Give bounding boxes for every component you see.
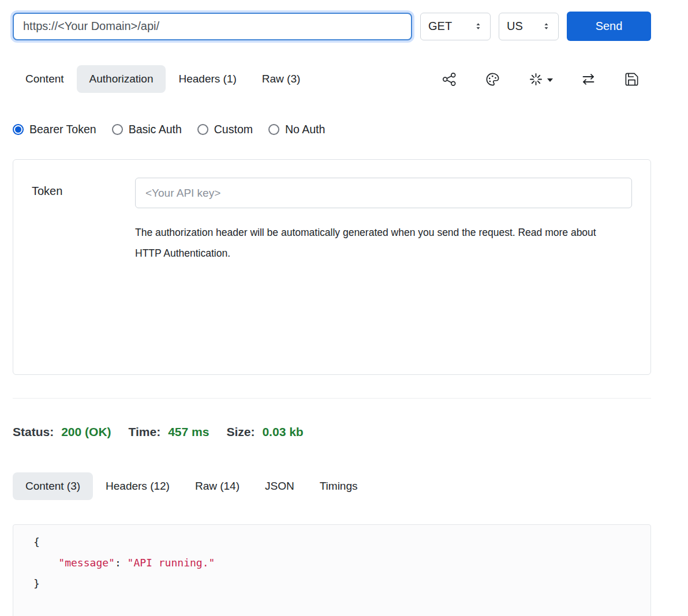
section-divider (13, 398, 651, 399)
auth-option-custom[interactable]: Custom (197, 123, 253, 136)
tab-response-raw[interactable]: Raw (14) (182, 472, 252, 500)
region-select[interactable]: US (499, 13, 559, 40)
code-separator: : (115, 557, 128, 569)
time-value: 457 ms (168, 425, 209, 439)
code-line: } (33, 573, 639, 594)
tab-response-content[interactable]: Content (3) (13, 472, 93, 500)
code-string-value: "API running." (128, 557, 215, 569)
tab-headers[interactable]: Headers (1) (166, 65, 249, 93)
auth-option-bearer-token[interactable]: Bearer Token (13, 123, 96, 136)
token-label: Token (32, 178, 135, 198)
status-label: Status: (13, 425, 54, 439)
radio-unselected-icon (197, 124, 208, 135)
tab-raw[interactable]: Raw (3) (249, 65, 313, 93)
send-button[interactable]: Send (567, 12, 651, 41)
radio-label: No Auth (285, 123, 325, 136)
radio-label: Basic Auth (129, 123, 182, 136)
auth-option-no-auth[interactable]: No Auth (268, 123, 325, 136)
response-tabs: Content (3) Headers (12) Raw (14) JSON T… (13, 472, 651, 500)
url-input[interactable] (13, 13, 412, 40)
chevron-updown-icon (474, 22, 483, 31)
save-icon[interactable] (624, 72, 640, 87)
code-key: "message" (58, 557, 115, 569)
method-select[interactable]: GET (420, 13, 491, 40)
radio-label: Bearer Token (29, 123, 96, 136)
method-select-value: GET (428, 20, 452, 33)
request-bar: GET US Send (13, 12, 651, 41)
tab-response-timings[interactable]: Timings (307, 472, 371, 500)
time-label: Time: (129, 425, 161, 439)
swap-arrows-icon[interactable] (581, 72, 596, 87)
radio-label: Custom (214, 123, 253, 136)
time-pair: Time: 457 ms (129, 425, 210, 439)
token-help-text: The authorization header will be automat… (135, 222, 617, 264)
toolbar (442, 72, 651, 87)
code-line: { (33, 532, 639, 553)
radio-selected-icon (13, 124, 24, 135)
caret-down-icon (547, 78, 553, 82)
tab-response-json[interactable]: JSON (252, 472, 307, 500)
code-line: "message": "API running." (33, 553, 639, 573)
code-brace: { (33, 536, 40, 548)
auth-option-basic-auth[interactable]: Basic Auth (112, 123, 182, 136)
auth-type-options: Bearer Token Basic Auth Custom No Auth (13, 123, 651, 136)
size-label: Size: (226, 425, 255, 439)
region-select-value: US (507, 20, 523, 33)
request-tabs: Content Authorization Headers (1) Raw (3… (13, 65, 651, 93)
tab-response-headers[interactable]: Headers (12) (93, 472, 182, 500)
token-input[interactable] (135, 178, 632, 208)
authorization-panel: Token The authorization header will be a… (13, 159, 651, 375)
share-icon[interactable] (442, 72, 457, 87)
token-row: Token (32, 178, 632, 208)
status-value: 200 (OK) (61, 425, 111, 439)
response-summary: Status: 200 (OK) Time: 457 ms Size: 0.03… (13, 425, 651, 439)
palette-icon[interactable] (485, 72, 500, 87)
tab-authorization[interactable]: Authorization (77, 65, 166, 93)
tab-content[interactable]: Content (13, 65, 77, 93)
code-indent (33, 557, 58, 569)
size-pair: Size: 0.03 kb (226, 425, 303, 439)
status-pair: Status: 200 (OK) (13, 425, 111, 439)
radio-unselected-icon (268, 124, 279, 135)
size-value: 0.03 kb (262, 425, 303, 439)
code-brace: } (33, 577, 40, 589)
response-body-viewer[interactable]: { "message": "API running." } (13, 524, 651, 616)
radio-unselected-icon (112, 124, 123, 135)
spark-icon[interactable] (528, 72, 553, 87)
api-client-page: GET US Send Content Authorization Header… (0, 0, 688, 616)
chevron-updown-icon (542, 22, 551, 31)
